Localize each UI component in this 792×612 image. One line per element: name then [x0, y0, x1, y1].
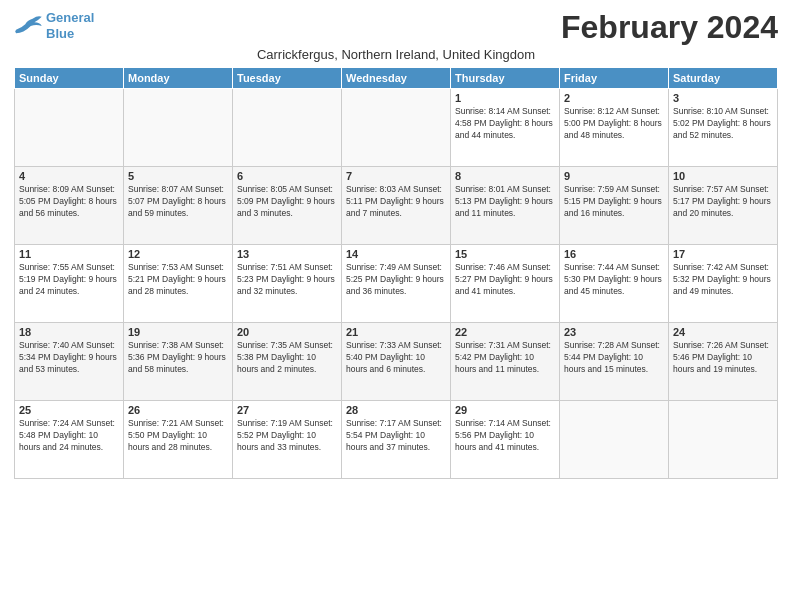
calendar-cell: 22Sunrise: 7:31 AM Sunset: 5:42 PM Dayli… [451, 323, 560, 401]
day-number: 12 [128, 248, 228, 260]
day-info: Sunrise: 8:09 AM Sunset: 5:05 PM Dayligh… [19, 184, 119, 220]
day-info: Sunrise: 7:42 AM Sunset: 5:32 PM Dayligh… [673, 262, 773, 298]
day-number: 27 [237, 404, 337, 416]
day-number: 5 [128, 170, 228, 182]
day-info: Sunrise: 7:24 AM Sunset: 5:48 PM Dayligh… [19, 418, 119, 454]
day-number: 22 [455, 326, 555, 338]
calendar-cell: 23Sunrise: 7:28 AM Sunset: 5:44 PM Dayli… [560, 323, 669, 401]
calendar-cell: 10Sunrise: 7:57 AM Sunset: 5:17 PM Dayli… [669, 167, 778, 245]
day-info: Sunrise: 8:05 AM Sunset: 5:09 PM Dayligh… [237, 184, 337, 220]
day-info: Sunrise: 8:14 AM Sunset: 4:58 PM Dayligh… [455, 106, 555, 142]
day-number: 18 [19, 326, 119, 338]
day-number: 7 [346, 170, 446, 182]
calendar-cell: 3Sunrise: 8:10 AM Sunset: 5:02 PM Daylig… [669, 89, 778, 167]
day-info: Sunrise: 7:51 AM Sunset: 5:23 PM Dayligh… [237, 262, 337, 298]
header-tuesday: Tuesday [233, 68, 342, 89]
calendar-cell: 27Sunrise: 7:19 AM Sunset: 5:52 PM Dayli… [233, 401, 342, 479]
day-info: Sunrise: 7:59 AM Sunset: 5:15 PM Dayligh… [564, 184, 664, 220]
page: General Blue February 2024 Carrickfergus… [0, 0, 792, 612]
calendar-cell [342, 89, 451, 167]
day-number: 20 [237, 326, 337, 338]
calendar-cell: 19Sunrise: 7:38 AM Sunset: 5:36 PM Dayli… [124, 323, 233, 401]
day-info: Sunrise: 7:55 AM Sunset: 5:19 PM Dayligh… [19, 262, 119, 298]
day-info: Sunrise: 7:14 AM Sunset: 5:56 PM Dayligh… [455, 418, 555, 454]
calendar-header-row: Sunday Monday Tuesday Wednesday Thursday… [15, 68, 778, 89]
calendar-cell: 26Sunrise: 7:21 AM Sunset: 5:50 PM Dayli… [124, 401, 233, 479]
day-number: 26 [128, 404, 228, 416]
day-info: Sunrise: 7:19 AM Sunset: 5:52 PM Dayligh… [237, 418, 337, 454]
calendar-table: Sunday Monday Tuesday Wednesday Thursday… [14, 67, 778, 479]
calendar-cell: 2Sunrise: 8:12 AM Sunset: 5:00 PM Daylig… [560, 89, 669, 167]
calendar-cell: 16Sunrise: 7:44 AM Sunset: 5:30 PM Dayli… [560, 245, 669, 323]
calendar-cell: 1Sunrise: 8:14 AM Sunset: 4:58 PM Daylig… [451, 89, 560, 167]
day-number: 24 [673, 326, 773, 338]
calendar-cell: 25Sunrise: 7:24 AM Sunset: 5:48 PM Dayli… [15, 401, 124, 479]
day-info: Sunrise: 7:28 AM Sunset: 5:44 PM Dayligh… [564, 340, 664, 376]
day-info: Sunrise: 7:21 AM Sunset: 5:50 PM Dayligh… [128, 418, 228, 454]
day-info: Sunrise: 7:35 AM Sunset: 5:38 PM Dayligh… [237, 340, 337, 376]
calendar-cell: 28Sunrise: 7:17 AM Sunset: 5:54 PM Dayli… [342, 401, 451, 479]
calendar-cell: 9Sunrise: 7:59 AM Sunset: 5:15 PM Daylig… [560, 167, 669, 245]
day-number: 17 [673, 248, 773, 260]
logo-line2: Blue [46, 26, 74, 41]
day-number: 3 [673, 92, 773, 104]
calendar-cell: 6Sunrise: 8:05 AM Sunset: 5:09 PM Daylig… [233, 167, 342, 245]
header-sunday: Sunday [15, 68, 124, 89]
calendar-cell: 5Sunrise: 8:07 AM Sunset: 5:07 PM Daylig… [124, 167, 233, 245]
calendar-cell: 18Sunrise: 7:40 AM Sunset: 5:34 PM Dayli… [15, 323, 124, 401]
day-number: 6 [237, 170, 337, 182]
day-info: Sunrise: 7:31 AM Sunset: 5:42 PM Dayligh… [455, 340, 555, 376]
day-info: Sunrise: 7:44 AM Sunset: 5:30 PM Dayligh… [564, 262, 664, 298]
day-info: Sunrise: 7:53 AM Sunset: 5:21 PM Dayligh… [128, 262, 228, 298]
title-block: February 2024 [561, 10, 778, 45]
day-info: Sunrise: 8:07 AM Sunset: 5:07 PM Dayligh… [128, 184, 228, 220]
calendar-cell: 14Sunrise: 7:49 AM Sunset: 5:25 PM Dayli… [342, 245, 451, 323]
day-info: Sunrise: 7:26 AM Sunset: 5:46 PM Dayligh… [673, 340, 773, 376]
day-number: 19 [128, 326, 228, 338]
header-saturday: Saturday [669, 68, 778, 89]
calendar-week-3: 18Sunrise: 7:40 AM Sunset: 5:34 PM Dayli… [15, 323, 778, 401]
day-info: Sunrise: 8:12 AM Sunset: 5:00 PM Dayligh… [564, 106, 664, 142]
day-number: 14 [346, 248, 446, 260]
calendar-cell: 8Sunrise: 8:01 AM Sunset: 5:13 PM Daylig… [451, 167, 560, 245]
calendar-cell: 15Sunrise: 7:46 AM Sunset: 5:27 PM Dayli… [451, 245, 560, 323]
day-number: 16 [564, 248, 664, 260]
calendar-cell: 12Sunrise: 7:53 AM Sunset: 5:21 PM Dayli… [124, 245, 233, 323]
day-number: 4 [19, 170, 119, 182]
calendar-week-1: 4Sunrise: 8:09 AM Sunset: 5:05 PM Daylig… [15, 167, 778, 245]
calendar-cell: 21Sunrise: 7:33 AM Sunset: 5:40 PM Dayli… [342, 323, 451, 401]
calendar-cell: 11Sunrise: 7:55 AM Sunset: 5:19 PM Dayli… [15, 245, 124, 323]
header-wednesday: Wednesday [342, 68, 451, 89]
month-title: February 2024 [561, 10, 778, 45]
calendar-week-0: 1Sunrise: 8:14 AM Sunset: 4:58 PM Daylig… [15, 89, 778, 167]
day-number: 11 [19, 248, 119, 260]
logo-text: General Blue [46, 10, 94, 41]
logo-icon [14, 15, 42, 37]
header-friday: Friday [560, 68, 669, 89]
day-info: Sunrise: 7:46 AM Sunset: 5:27 PM Dayligh… [455, 262, 555, 298]
day-number: 29 [455, 404, 555, 416]
calendar-week-4: 25Sunrise: 7:24 AM Sunset: 5:48 PM Dayli… [15, 401, 778, 479]
day-number: 23 [564, 326, 664, 338]
subtitle: Carrickfergus, Northern Ireland, United … [14, 47, 778, 62]
day-number: 8 [455, 170, 555, 182]
day-number: 21 [346, 326, 446, 338]
calendar-cell [124, 89, 233, 167]
day-info: Sunrise: 8:01 AM Sunset: 5:13 PM Dayligh… [455, 184, 555, 220]
calendar-cell: 24Sunrise: 7:26 AM Sunset: 5:46 PM Dayli… [669, 323, 778, 401]
day-number: 25 [19, 404, 119, 416]
calendar-cell: 13Sunrise: 7:51 AM Sunset: 5:23 PM Dayli… [233, 245, 342, 323]
day-number: 10 [673, 170, 773, 182]
day-number: 13 [237, 248, 337, 260]
day-info: Sunrise: 7:49 AM Sunset: 5:25 PM Dayligh… [346, 262, 446, 298]
calendar-cell: 4Sunrise: 8:09 AM Sunset: 5:05 PM Daylig… [15, 167, 124, 245]
calendar-week-2: 11Sunrise: 7:55 AM Sunset: 5:19 PM Dayli… [15, 245, 778, 323]
day-info: Sunrise: 8:10 AM Sunset: 5:02 PM Dayligh… [673, 106, 773, 142]
day-number: 9 [564, 170, 664, 182]
header-thursday: Thursday [451, 68, 560, 89]
day-info: Sunrise: 7:17 AM Sunset: 5:54 PM Dayligh… [346, 418, 446, 454]
header-monday: Monday [124, 68, 233, 89]
calendar-cell: 29Sunrise: 7:14 AM Sunset: 5:56 PM Dayli… [451, 401, 560, 479]
day-number: 2 [564, 92, 664, 104]
logo-line1: General [46, 10, 94, 25]
